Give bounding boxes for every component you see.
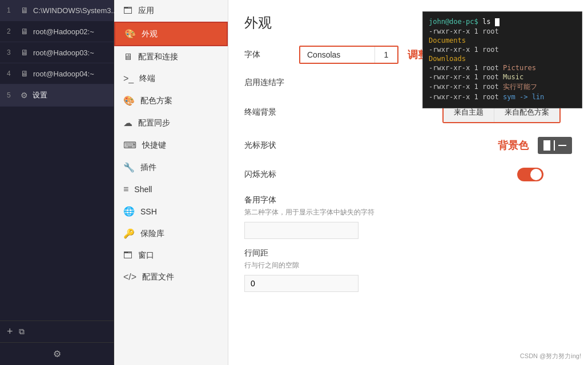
conn-label: 启用连结字 <box>244 78 290 88</box>
window-icon: 🗔 <box>123 250 132 261</box>
spacing-desc: 行与行之间的空隙 <box>244 261 572 270</box>
font-size-input[interactable] <box>374 47 397 63</box>
term-line-4: -rwxr-xr-x 1 root <box>429 46 576 54</box>
tab-3[interactable]: 3 🖥 root@Hadoop03:~ <box>0 42 114 63</box>
nav-window[interactable]: 🗔 窗口 <box>114 245 228 266</box>
cursor-shapes <box>538 137 572 154</box>
fallback-section: 备用字体 第二种字体，用于显示主字体中缺失的字符 <box>244 195 572 239</box>
nav-shell[interactable]: ≡ Shell <box>114 179 228 200</box>
term-dir-documents: Documents <box>429 36 466 44</box>
nav-plugins[interactable]: 🔧 插件 <box>114 156 228 179</box>
gear-icon: ⚙ <box>53 348 61 359</box>
term-pictures: Pictures <box>503 64 536 72</box>
fallback-desc: 第二种字体，用于显示主字体中缺失的字符 <box>244 208 572 217</box>
spacing-section: 行间距 行与行之间的空隙 <box>244 248 572 292</box>
bg-label: 终端背景 <box>244 107 290 117</box>
settings-tab-icon: ⚙ <box>21 91 28 100</box>
cursor-block-shape[interactable] <box>543 140 550 151</box>
fallback-font-input[interactable] <box>244 222 359 239</box>
apps-icon: 🗔 <box>123 6 132 16</box>
shell-icon: ≡ <box>123 184 128 194</box>
font-name-input[interactable] <box>300 47 374 63</box>
cursor-underline-shape[interactable] <box>558 145 566 146</box>
term-user: john@doe-pc$ <box>429 18 478 26</box>
spacing-title: 行间距 <box>244 248 572 258</box>
terminal-icon-3: 🖥 <box>21 48 29 57</box>
nav-shortcuts[interactable]: ⌨ 快捷键 <box>114 134 228 156</box>
tab-actions: + ⧉ <box>0 321 114 342</box>
sync-icon: ☁ <box>123 117 132 128</box>
term-line-2: -rwxr-xr-x 1 root <box>429 27 576 35</box>
terminal-icon-1: 🖥 <box>21 6 29 15</box>
term-exec-item: 实行可能フ <box>503 83 537 91</box>
term-symlink: sym -> lin <box>503 93 544 101</box>
ssh-icon: 🌐 <box>123 206 135 217</box>
split-tab-button[interactable]: ⧉ <box>19 326 25 338</box>
nav-terminal[interactable]: >_ 终端 <box>114 68 228 90</box>
nav-connection[interactable]: 🖥 配置和连接 <box>114 46 228 68</box>
nav-vault[interactable]: 🔑 保险库 <box>114 222 228 245</box>
configfile-icon: </> <box>123 272 136 282</box>
font-label: 字体 <box>244 50 290 60</box>
term-line-9: -rwxr-xr-x 1 root <box>429 93 499 101</box>
plugins-icon: 🔧 <box>123 162 135 173</box>
font-input-group <box>299 46 398 64</box>
spacing-input[interactable] <box>244 275 359 292</box>
add-tab-button[interactable]: + <box>7 326 13 338</box>
blink-row: 闪烁光标 <box>244 168 572 181</box>
tab-5-settings[interactable]: 5 ⚙ 设置 <box>0 84 114 107</box>
toggle-knob <box>530 169 542 180</box>
nav-sync[interactable]: ☁ 配置同步 <box>114 112 228 134</box>
blink-toggle[interactable] <box>517 168 543 181</box>
bg-color-hint: 背景色 <box>498 139 529 152</box>
cursor-row: 光标形状 背景色 <box>244 137 572 154</box>
appearance-icon: 🎨 <box>124 29 136 39</box>
term-line-8: -rwxr-xr-x 1 root <box>429 83 499 91</box>
app-container: 1 🖥 C:\WINDOWS\System3... 2 🖥 root@Hadoo… <box>0 0 588 365</box>
watermark: CSDN @努力努力ing! <box>520 352 581 360</box>
term-dir-downloads: Downloads <box>429 55 466 63</box>
nav-configfile[interactable]: </> 配置文件 <box>114 266 228 288</box>
cursor-label: 光标形状 <box>244 140 290 151</box>
nav-ssh[interactable]: 🌐 SSH <box>114 200 228 222</box>
terminal-icon-4: 🖥 <box>21 69 29 78</box>
nav-colorscheme[interactable]: 🎨 配色方案 <box>114 90 228 112</box>
vault-icon: 🔑 <box>123 228 135 239</box>
settings-gear-button[interactable]: ⚙ <box>0 342 114 365</box>
nav-appearance[interactable]: 🎨 外观 <box>114 22 228 46</box>
term-cmd: ls <box>482 18 490 26</box>
settings-nav: 🗔 应用 🎨 外观 🖥 配置和连接 >_ 终端 🎨 配色方案 ☁ 配置同步 ⌨ … <box>114 0 228 365</box>
cursor-line-shape[interactable] <box>554 140 555 151</box>
blink-label: 闪烁光标 <box>244 169 290 180</box>
term-line-6: -rwxr-xr-x 1 root <box>429 64 499 72</box>
tab-1[interactable]: 1 🖥 C:\WINDOWS\System3... <box>0 0 114 21</box>
colorscheme-icon: 🎨 <box>123 95 135 106</box>
connection-icon: 🖥 <box>123 52 132 62</box>
tab-list: 1 🖥 C:\WINDOWS\System3... 2 🖥 root@Hadoo… <box>0 0 114 365</box>
term-line-7: -rwxr-xr-x 1 root <box>429 73 499 81</box>
tab-4[interactable]: 4 🖥 root@Hadoop04:~ <box>0 63 114 84</box>
nav-apps[interactable]: 🗔 应用 <box>114 0 228 22</box>
terminal-icon-2: 🖥 <box>21 27 29 36</box>
terminal-preview: john@doe-pc$ ls -rwxr-xr-x 1 root Docume… <box>422 11 582 108</box>
fallback-title: 备用字体 <box>244 195 572 205</box>
shortcuts-icon: ⌨ <box>123 140 136 151</box>
main-content: 外观 john@doe-pc$ ls -rwxr-xr-x 1 root Doc… <box>228 0 588 365</box>
terminal-nav-icon: >_ <box>123 74 134 84</box>
tab-2[interactable]: 2 🖥 root@Hadoop02:~ <box>0 21 114 42</box>
term-music: Music <box>503 73 523 81</box>
